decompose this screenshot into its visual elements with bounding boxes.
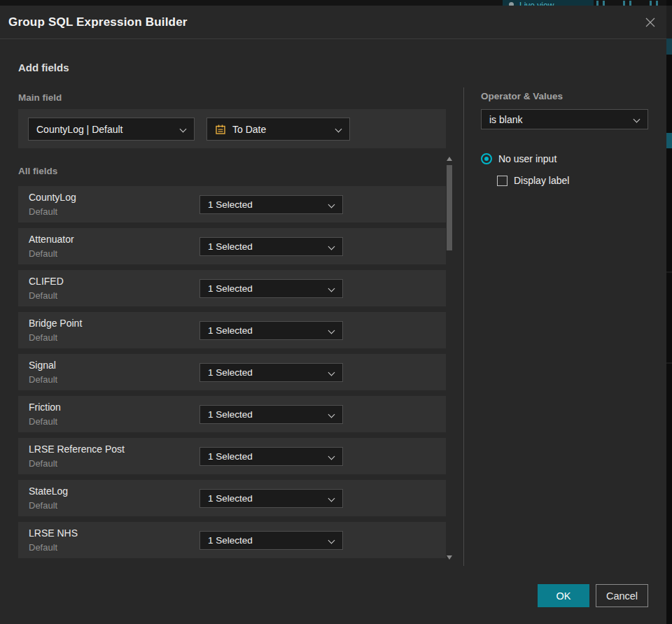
close-icon — [645, 17, 656, 28]
field-sublabel: Default — [29, 416, 57, 427]
background-segment — [666, 38, 672, 55]
field-sublabel: Default — [29, 542, 57, 553]
field-name: Bridge Point — [29, 318, 82, 329]
operator-select-value: is blank — [482, 114, 634, 125]
main-field-select-value: CountyLog | Default — [29, 124, 180, 135]
field-row: Bridge Point Default 1 Selected — [18, 312, 446, 348]
chevron-down-icon — [328, 328, 334, 334]
field-values-select-value: 1 Selected — [200, 535, 328, 546]
background-segment — [666, 271, 672, 273]
chevron-down-icon — [634, 117, 639, 122]
field-name: Attenuator — [29, 234, 74, 245]
list-scrollbar[interactable] — [446, 155, 454, 561]
field-name: CountyLog — [29, 192, 76, 203]
field-values-select-value: 1 Selected — [200, 325, 328, 336]
no-user-input-radio[interactable]: No user input — [481, 153, 556, 164]
field-row: CLIFED Default 1 Selected — [18, 270, 446, 306]
background-segment — [666, 362, 672, 364]
field-values-select[interactable]: 1 Selected — [200, 363, 343, 382]
background-toolbar-icon — [650, 1, 658, 6]
background-app-top-strip: Live view — [0, 0, 672, 6]
field-row: LRSE Reference Post Default 1 Selected — [18, 438, 446, 474]
no-user-input-label: No user input — [498, 153, 556, 164]
field-row: Attenuator Default 1 Selected — [18, 228, 446, 264]
field-values-select[interactable]: 1 Selected — [200, 489, 343, 508]
field-values-select[interactable]: 1 Selected — [200, 195, 343, 214]
field-sublabel: Default — [29, 248, 57, 259]
field-sublabel: Default — [29, 332, 57, 343]
chevron-down-icon — [328, 496, 334, 502]
chevron-down-icon — [328, 454, 334, 460]
checkbox-unchecked-icon — [497, 176, 507, 186]
field-name: Signal — [29, 360, 56, 371]
chevron-down-icon — [180, 127, 186, 132]
field-sublabel: Default — [29, 500, 57, 511]
field-values-select[interactable]: 1 Selected — [200, 405, 343, 424]
chevron-down-icon — [328, 286, 334, 292]
field-values-select-value: 1 Selected — [200, 409, 328, 420]
field-row: Signal Default 1 Selected — [18, 354, 446, 390]
chevron-down-icon — [328, 202, 334, 208]
field-values-select-value: 1 Selected — [200, 283, 328, 294]
main-field-select[interactable]: CountyLog | Default — [28, 118, 195, 141]
chevron-down-icon — [335, 127, 341, 132]
field-type-select-value: To Date — [226, 124, 335, 135]
live-view-panel: Live view — [503, 0, 594, 6]
chevron-down-icon — [328, 244, 334, 250]
field-sublabel: Default — [29, 458, 57, 469]
field-sublabel: Default — [29, 206, 57, 217]
calendar-icon — [215, 124, 226, 135]
field-values-select[interactable]: 1 Selected — [200, 447, 343, 466]
ok-button[interactable]: OK — [538, 584, 589, 607]
background-app-right-strip — [666, 0, 672, 624]
background-segment — [666, 6, 672, 38]
all-fields-label: All fields — [18, 166, 57, 176]
field-values-select[interactable]: 1 Selected — [200, 321, 343, 340]
field-sublabel: Default — [29, 290, 57, 301]
field-values-select-value: 1 Selected — [200, 493, 328, 504]
field-values-select[interactable]: 1 Selected — [200, 279, 343, 298]
main-field-label: Main field — [18, 92, 62, 103]
scrollbar-down-arrow-icon[interactable] — [447, 555, 452, 560]
vertical-divider — [463, 87, 464, 566]
cancel-button[interactable]: Cancel — [596, 584, 648, 607]
operator-values-label: Operator & Values — [481, 91, 563, 101]
operator-select[interactable]: is blank — [481, 109, 648, 129]
background-segment — [666, 133, 672, 148]
field-type-select[interactable]: To Date — [206, 118, 350, 141]
field-values-select-value: 1 Selected — [200, 451, 328, 462]
group-sql-expression-builder-dialog: Group SQL Expression Builder Add fields … — [0, 6, 666, 624]
add-fields-heading: Add fields — [18, 62, 69, 73]
field-row: CountyLog Default 1 Selected — [18, 186, 446, 222]
field-name: Friction — [29, 402, 61, 413]
field-values-select[interactable]: 1 Selected — [200, 531, 343, 550]
chevron-down-icon — [328, 370, 334, 376]
field-values-select-value: 1 Selected — [200, 241, 328, 252]
field-sublabel: Default — [29, 374, 57, 385]
background-toolbar-icon — [623, 1, 631, 6]
field-row: LRSE NHS Default 1 Selected — [18, 522, 446, 558]
field-name: StateLog — [29, 485, 68, 497]
display-label-checkbox[interactable]: Display label — [497, 175, 569, 186]
background-toolbar-icon — [596, 1, 605, 6]
dialog-title: Group SQL Expression Builder — [8, 6, 188, 39]
live-view-label: Live view — [519, 1, 554, 6]
chevron-down-icon — [328, 538, 334, 544]
scrollbar-up-arrow-icon[interactable] — [447, 157, 452, 161]
dialog-header: Group SQL Expression Builder — [0, 6, 666, 39]
scrollbar-thumb[interactable] — [447, 165, 452, 250]
field-row: StateLog Default 1 Selected — [18, 480, 446, 516]
field-values-select[interactable]: 1 Selected — [200, 237, 343, 256]
main-field-panel: CountyLog | Default To Date — [18, 109, 446, 148]
chevron-down-icon — [328, 412, 334, 418]
all-fields-list: CountyLog Default 1 Selected Attenuator … — [18, 186, 446, 564]
field-values-select-value: 1 Selected — [200, 199, 328, 210]
close-button[interactable] — [643, 15, 658, 30]
field-name: CLIFED — [29, 276, 64, 287]
field-values-select-value: 1 Selected — [200, 367, 328, 378]
field-name: LRSE NHS — [29, 527, 78, 539]
display-label-label: Display label — [514, 175, 569, 186]
radio-selected-icon — [481, 153, 492, 164]
field-row: Friction Default 1 Selected — [18, 396, 446, 432]
field-name: LRSE Reference Post — [29, 444, 125, 455]
